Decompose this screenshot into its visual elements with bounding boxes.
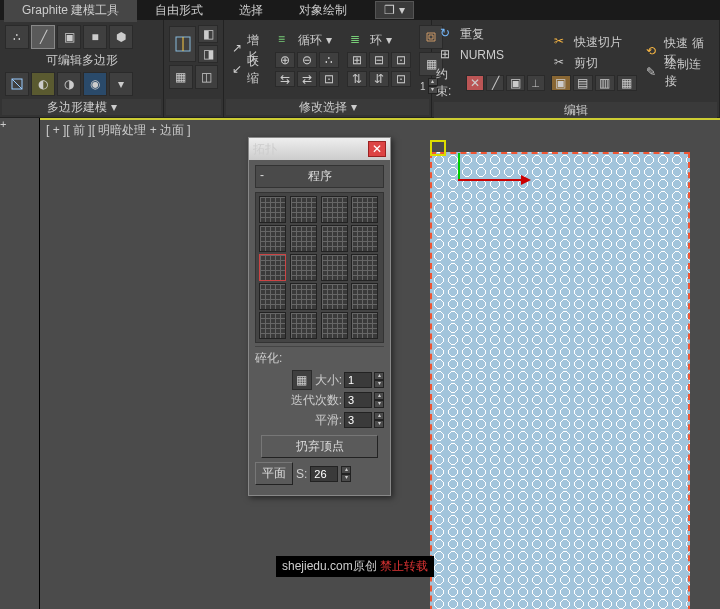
gizmo-y-axis[interactable]: [458, 153, 460, 179]
constrain-label: 约束:: [436, 66, 465, 100]
loop-button[interactable]: ≡循环▾: [274, 30, 340, 50]
loop-op2-icon[interactable]: ⊖: [297, 52, 317, 68]
pattern-19[interactable]: [321, 312, 348, 339]
fragment-label: 碎化:: [255, 346, 384, 369]
edit-c-icon[interactable]: ▥: [595, 75, 615, 91]
ignore-backfacing-icon[interactable]: ◑: [57, 72, 81, 96]
iter-spin-buttons[interactable]: ▴▾: [374, 392, 384, 408]
pattern-6[interactable]: [290, 225, 317, 252]
shrink-button[interactable]: ↙收缩: [228, 60, 268, 80]
pattern-8[interactable]: [351, 225, 378, 252]
subobj-vertex-icon[interactable]: ∴: [5, 25, 29, 49]
s-spinner[interactable]: [310, 466, 338, 482]
constrain-none-icon[interactable]: ✕: [466, 75, 484, 91]
selection-handle[interactable]: [430, 140, 446, 156]
loop-op4-icon[interactable]: ⇆: [275, 71, 295, 87]
pattern-4[interactable]: [351, 196, 378, 223]
pattern-14[interactable]: [290, 283, 317, 310]
preview-icon[interactable]: ◐: [31, 72, 55, 96]
ring-icon: ≣: [350, 32, 366, 48]
editable-poly-label: 可编辑多边形: [4, 50, 159, 71]
pattern-10[interactable]: [290, 254, 317, 281]
pattern-15[interactable]: [321, 283, 348, 310]
edit-d-icon[interactable]: ▦: [617, 75, 637, 91]
subobj-border-icon[interactable]: ▣: [57, 25, 81, 49]
misc1-icon[interactable]: ◧: [198, 25, 218, 43]
loop-op5-icon[interactable]: ⇄: [297, 71, 317, 87]
misc3-icon[interactable]: ▦: [169, 65, 193, 89]
pattern-11[interactable]: [321, 254, 348, 281]
edit-b-icon[interactable]: ▤: [573, 75, 593, 91]
gizmo-x-arrow-icon[interactable]: [521, 175, 531, 185]
constrain-edge-icon[interactable]: ╱: [486, 75, 504, 91]
paintconnect-button[interactable]: ✎绘制连接: [642, 63, 715, 83]
ring-op3-icon[interactable]: ⊡: [391, 52, 411, 68]
dialog-titlebar[interactable]: 拓扑 ✕: [249, 138, 390, 160]
s-spin-buttons[interactable]: ▴▾: [341, 466, 351, 482]
flat-button[interactable]: 平面: [255, 462, 293, 485]
rollout-header[interactable]: 程序: [255, 165, 384, 188]
edit-a-icon[interactable]: ▣: [551, 75, 571, 91]
pattern-7[interactable]: [321, 225, 348, 252]
constrain-face-icon[interactable]: ▣: [506, 75, 524, 91]
pattern-2[interactable]: [290, 196, 317, 223]
iter-spinner[interactable]: [344, 392, 372, 408]
hex-plane-object[interactable]: [430, 152, 690, 609]
use-softsel-icon[interactable]: ◉: [83, 72, 107, 96]
tab-freeform[interactable]: 自由形式: [137, 0, 221, 22]
loop-op6-icon[interactable]: ⊡: [319, 71, 339, 87]
toggle-command-panel-icon[interactable]: [5, 72, 29, 96]
ring-op6-icon[interactable]: ⊡: [391, 71, 411, 87]
modifier-config-icon[interactable]: ▾: [109, 72, 133, 96]
panel-poly-label[interactable]: 多边形建模 ▾: [2, 99, 161, 115]
pattern-12[interactable]: [351, 254, 378, 281]
gizmo-x-axis[interactable]: [458, 179, 523, 181]
tab-select[interactable]: 选择: [221, 0, 281, 22]
pattern-16[interactable]: [351, 283, 378, 310]
quickslice-icon: ✂: [554, 34, 570, 50]
cut-button[interactable]: ✂剪切: [550, 53, 638, 73]
swiftloop-icon[interactable]: [169, 26, 196, 62]
ring-op2-icon[interactable]: ⊟: [369, 52, 389, 68]
subobj-edge-icon[interactable]: ╱: [31, 25, 55, 49]
misc4-icon[interactable]: ◫: [195, 65, 219, 89]
smooth-spin-buttons[interactable]: ▴▾: [374, 412, 384, 428]
ring-op1-icon[interactable]: ⊞: [347, 52, 367, 68]
loop-op3-icon[interactable]: ∴: [319, 52, 339, 68]
panel-modsel-label[interactable]: 修改选择 ▾: [226, 99, 429, 115]
close-button[interactable]: ✕: [368, 141, 386, 157]
size-spinner[interactable]: [344, 372, 372, 388]
fragment-preview-icon[interactable]: ▦: [292, 370, 312, 390]
loop-op1-icon[interactable]: ⊕: [275, 52, 295, 68]
pattern-20[interactable]: [351, 312, 378, 339]
nurms-button[interactable]: ⊞NURMS: [436, 45, 546, 65]
tab-objpaint[interactable]: 对象绘制: [281, 0, 365, 22]
viewport-left[interactable]: [0, 118, 40, 609]
misc2-icon[interactable]: ◨: [198, 45, 218, 63]
ring-op4-icon[interactable]: ⇅: [347, 71, 367, 87]
s-label: S:: [296, 467, 307, 481]
smooth-spinner[interactable]: [344, 412, 372, 428]
pattern-13[interactable]: [259, 283, 286, 310]
pattern-9[interactable]: [259, 254, 286, 281]
credit-bar: shejiedu.com原创 禁止转载: [276, 556, 434, 577]
discard-verts-button[interactable]: 扔弃顶点: [261, 435, 377, 458]
quickslice-button[interactable]: ✂快速切片: [550, 32, 638, 52]
panel-edit-label[interactable]: 编辑: [434, 102, 717, 118]
pattern-5[interactable]: [259, 225, 286, 252]
ring-button[interactable]: ≣环▾: [346, 30, 412, 50]
pattern-17[interactable]: [259, 312, 286, 339]
constrain-normal-icon[interactable]: ⟂: [527, 75, 545, 91]
viewport-corner-4-icon[interactable]: +: [0, 118, 14, 132]
pattern-1[interactable]: [259, 196, 286, 223]
tab-graphite[interactable]: Graphite 建模工具: [4, 0, 137, 22]
ring-op5-icon[interactable]: ⇵: [369, 71, 389, 87]
subobj-poly-icon[interactable]: ■: [83, 25, 107, 49]
subobj-element-icon[interactable]: ⬢: [109, 25, 133, 49]
pattern-18[interactable]: [290, 312, 317, 339]
tab-help-dropdown[interactable]: ❐ ▾: [375, 1, 413, 19]
repeat-button[interactable]: ↻重复: [436, 24, 546, 44]
topology-dialog: 拓扑 ✕ 程序 碎化: ▦ 大小: ▴▾ 迭代次数: ▴▾ 平滑: ▴▾: [248, 137, 391, 496]
pattern-3[interactable]: [321, 196, 348, 223]
size-spin-buttons[interactable]: ▴▾: [374, 372, 384, 388]
